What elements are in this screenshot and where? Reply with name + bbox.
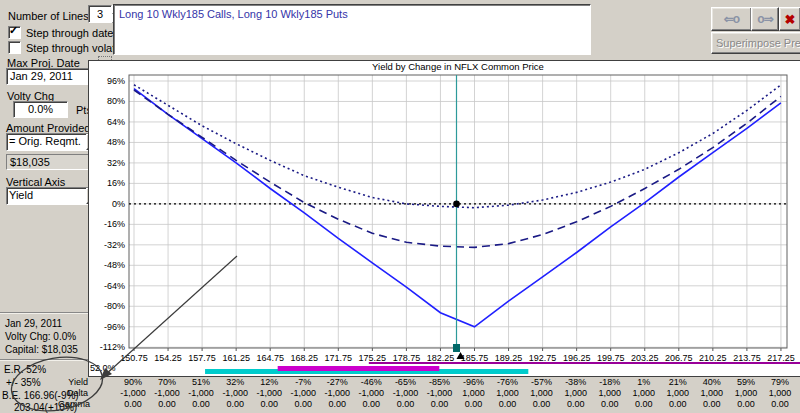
x-tick-label: 189.25 xyxy=(495,353,523,363)
table-cell: 40% xyxy=(686,377,738,387)
status-breakeven-high: 203.04(+10%) xyxy=(14,402,88,413)
table-cell: 1,000 xyxy=(448,388,500,398)
table-cell: -1,000 xyxy=(243,388,295,398)
x-tick-label: 171.75 xyxy=(325,353,353,363)
table-cell: 12% xyxy=(243,377,295,387)
step-dates-checkbox[interactable]: ✓ xyxy=(8,26,21,39)
status-capital: Capital: $18,035 xyxy=(5,344,88,355)
table-cell: -1,000 xyxy=(141,388,193,398)
prev-arrow-icon: ⇐o xyxy=(724,12,739,26)
table-cell: 1,000 xyxy=(686,388,738,398)
position-description-box[interactable]: Long 10 Wkly185 Calls, Long 10 Wkly185 P… xyxy=(113,4,591,55)
status-divider-top xyxy=(0,312,88,314)
x-tick-label: 157.75 xyxy=(188,353,216,363)
table-cell: 79% xyxy=(754,377,800,387)
next-arrow-icon: o⇒ xyxy=(757,12,772,26)
status-divider-mid xyxy=(0,359,88,361)
table-cell: -18% xyxy=(584,377,636,387)
table-cell: 90% xyxy=(107,377,159,387)
x-tick-label: 182.25 xyxy=(427,353,455,363)
close-button[interactable]: ✖ xyxy=(779,7,800,31)
x-tick-label: 185.75 xyxy=(461,353,489,363)
check-icon: ✓ xyxy=(9,24,18,37)
table-cell: -65% xyxy=(379,377,431,387)
table-cell: 0.00 xyxy=(379,399,431,409)
superimpose-prev-label: Superimpose Prev xyxy=(716,37,800,49)
table-cell: -1,000 xyxy=(175,388,227,398)
table-cell: 32% xyxy=(209,377,261,387)
y-tick-label: 16% xyxy=(107,178,125,188)
table-cell: -1,000 xyxy=(311,388,363,398)
x-tick-label: 210.25 xyxy=(699,353,727,363)
vertical-axis-value: Yield xyxy=(7,188,86,204)
table-cell: 0.00 xyxy=(720,399,772,409)
next-button[interactable]: o⇒ xyxy=(751,7,779,31)
table-cell: -27% xyxy=(311,377,363,387)
status-volty: Volty Chg: 0.0% xyxy=(5,331,88,342)
table-cell: -1,000 xyxy=(107,388,159,398)
table-cell: 1,000 xyxy=(482,388,534,398)
previous-button[interactable]: ⇐o xyxy=(711,7,752,31)
chart-panel: 150.75154.25157.75161.25164.75168.25171.… xyxy=(88,60,800,377)
y-tick-label: -112% xyxy=(100,342,125,352)
table-cell: 1,000 xyxy=(618,388,670,398)
y-tick-label: 64% xyxy=(107,117,125,127)
table-cell: 0.00 xyxy=(618,399,670,409)
table-cell: -57% xyxy=(516,377,568,387)
status-block: Jan 29, 2011 Volty Chg: 0.0% Capital: $1… xyxy=(0,312,88,413)
x-tick-label: 168.25 xyxy=(290,353,318,363)
table-cell: -1,000 xyxy=(277,388,329,398)
table-cell: 0.00 xyxy=(516,399,568,409)
probability-label: 52.0% xyxy=(90,363,116,373)
status-date: Jan 29, 2011 xyxy=(5,318,88,329)
yield-chart[interactable]: 150.75154.25157.75161.25164.75168.25171.… xyxy=(89,61,800,376)
y-tick-label: -48% xyxy=(104,260,125,270)
x-tick-label: 199.75 xyxy=(597,353,625,363)
current-price-square[interactable] xyxy=(453,344,460,352)
number-of-lines-value[interactable]: 3 xyxy=(88,5,112,23)
x-tick-label: 217.25 xyxy=(767,353,795,363)
x-tick-label: 192.75 xyxy=(529,353,557,363)
table-cell: 1% xyxy=(618,377,670,387)
volty-chg-input[interactable]: 0.0% xyxy=(13,101,68,118)
status-plus-minus: +/- 35% xyxy=(6,377,88,388)
step-volatilities-checkbox[interactable] xyxy=(8,41,21,54)
x-tick-label: 213.75 xyxy=(733,353,761,363)
table-cell: 0.00 xyxy=(243,399,295,409)
table-cell: 0.00 xyxy=(550,399,602,409)
table-cell: 0.00 xyxy=(107,399,159,409)
status-breakeven-low: B.E. 166.96(-9%) xyxy=(2,390,88,401)
close-icon: ✖ xyxy=(785,12,796,27)
table-cell: 0.00 xyxy=(345,399,397,409)
table-cell: 51% xyxy=(175,377,227,387)
x-tick-label: 196.25 xyxy=(563,353,591,363)
table-cell: 0.00 xyxy=(141,399,193,409)
x-tick-label: 203.25 xyxy=(631,353,659,363)
y-tick-label: 0% xyxy=(112,199,125,209)
x-tick-label: 150.75 xyxy=(120,353,148,363)
y-tick-label: -16% xyxy=(104,219,125,229)
y-tick-label: 96% xyxy=(107,76,125,86)
table-cell: -1,000 xyxy=(379,388,431,398)
x-tick-label: 175.25 xyxy=(359,353,387,363)
superimpose-prev-button: Superimpose Prev xyxy=(711,32,800,54)
x-tick-label: 154.25 xyxy=(154,353,182,363)
table-cell: 1,000 xyxy=(516,388,568,398)
x-tick-label: 206.75 xyxy=(665,353,693,363)
table-cell: 0.00 xyxy=(584,399,636,409)
table-cell: 0.00 xyxy=(311,399,363,409)
table-cell: 1,000 xyxy=(652,388,704,398)
max-proj-date-input[interactable]: Jan 29, 2011 xyxy=(6,68,98,85)
table-cell: 0.00 xyxy=(448,399,500,409)
table-cell: -76% xyxy=(482,377,534,387)
y-tick-label: -96% xyxy=(104,322,125,332)
table-cell: 0.00 xyxy=(652,399,704,409)
magenta-probability-bar xyxy=(278,366,440,371)
upper-range-line xyxy=(369,362,800,364)
plot-area[interactable] xyxy=(129,75,787,348)
table-cell: -38% xyxy=(550,377,602,387)
table-cell: 0.00 xyxy=(175,399,227,409)
x-tick-label: 161.25 xyxy=(222,353,250,363)
step-through-dates-row: ✓ Step through dates xyxy=(8,26,119,39)
table-cell: 70% xyxy=(141,377,193,387)
